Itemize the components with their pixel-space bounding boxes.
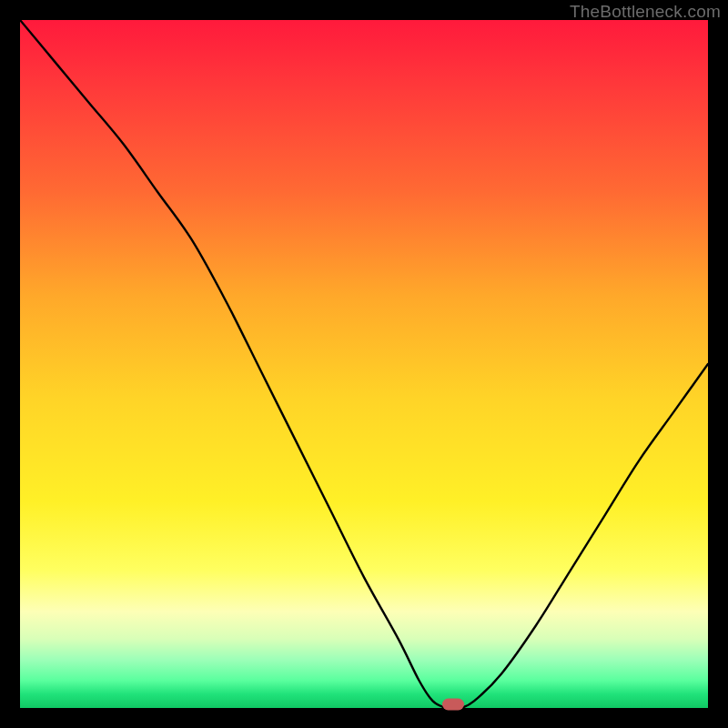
- plot-area: [20, 20, 708, 708]
- bottleneck-curve: [20, 20, 708, 708]
- watermark-text: TheBottleneck.com: [570, 2, 721, 22]
- chart-frame: TheBottleneck.com: [0, 0, 728, 728]
- optimal-marker: [442, 699, 464, 711]
